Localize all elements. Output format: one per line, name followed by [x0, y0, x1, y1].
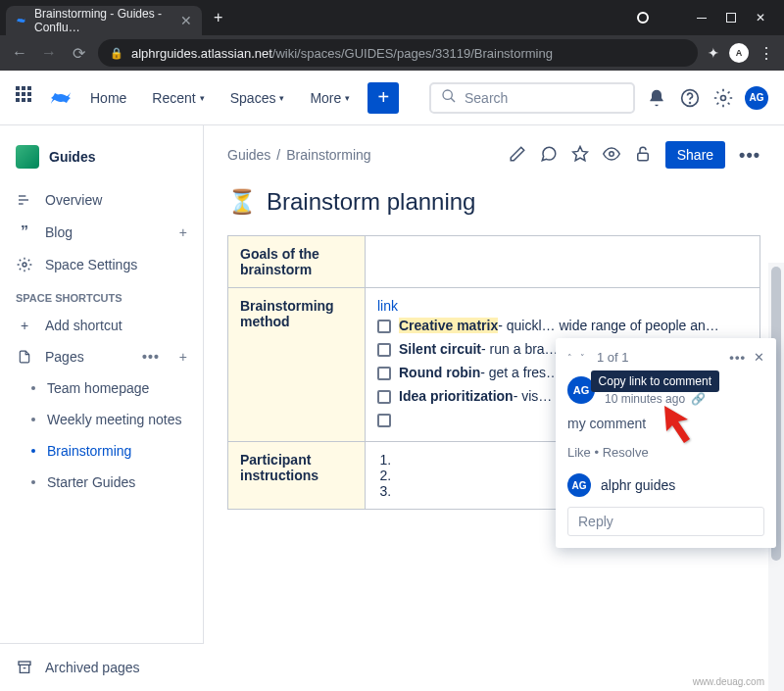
checkbox-icon[interactable] — [377, 343, 391, 357]
confluence-favicon-icon — [16, 14, 26, 27]
tab-close-icon[interactable]: ✕ — [180, 13, 192, 28]
plus-icon: + — [16, 318, 33, 333]
breadcrumb-space[interactable]: Guides — [227, 147, 270, 163]
lock-icon: 🔒 — [110, 47, 123, 60]
recording-icon — [637, 12, 649, 24]
notifications-icon[interactable] — [645, 88, 668, 108]
sidebar-space-settings[interactable]: Space Settings — [8, 249, 195, 280]
user-avatar[interactable]: AG — [745, 86, 768, 110]
add-blog-icon[interactable]: + — [179, 224, 187, 240]
chevron-down-icon: ▾ — [279, 93, 284, 103]
browser-tab[interactable]: Brainstorming - Guides - Conflu… ✕ — [6, 6, 202, 35]
share-button[interactable]: Share — [665, 141, 725, 169]
confluence-logo-icon[interactable] — [49, 86, 73, 110]
svg-line-1 — [451, 98, 455, 102]
url-text: alphrguides.atlassian.net/wiki/spaces/GU… — [131, 46, 553, 61]
window-maximize-button[interactable] — [725, 12, 737, 24]
space-name: Guides — [49, 149, 95, 165]
bullet-icon — [31, 480, 35, 484]
space-icon — [16, 145, 39, 169]
reply-user: alphr guides — [601, 477, 675, 493]
search-icon — [441, 88, 457, 107]
comment-more-icon[interactable]: ••• — [729, 350, 746, 365]
page-icon — [16, 349, 33, 365]
sidebar-add-shortcut[interactable]: +Add shortcut — [8, 310, 195, 341]
page-more-icon[interactable]: ••• — [739, 145, 760, 166]
svg-rect-12 — [637, 153, 648, 161]
checkbox-icon[interactable] — [377, 390, 391, 404]
sidebar: Guides Overview ”Blog+ Space Settings SP… — [0, 125, 204, 691]
window-close-button[interactable] — [755, 12, 766, 24]
comment-count: 1 of 1 — [597, 350, 629, 365]
tree-team-homepage[interactable]: Team homepage — [8, 372, 195, 404]
browser-menu-icon[interactable]: ⋮ — [759, 44, 774, 63]
bullet-icon — [31, 386, 35, 390]
resolve-button[interactable]: Resolve — [603, 445, 649, 460]
search-input[interactable]: Search — [429, 82, 635, 114]
back-button[interactable]: ← — [10, 44, 29, 62]
forward-button[interactable]: → — [39, 44, 59, 62]
reply-input[interactable]: Reply — [567, 507, 764, 536]
pages-more-icon[interactable]: ••• — [142, 349, 160, 365]
sidebar-blog[interactable]: ”Blog+ — [8, 216, 195, 249]
method-header: Brainstorming method — [228, 288, 366, 442]
annotation-arrow-icon — [659, 400, 706, 450]
space-header[interactable]: Guides — [8, 141, 195, 184]
sidebar-archived[interactable]: Archived pages — [8, 652, 196, 683]
reply-avatar: AG — [567, 473, 591, 497]
edit-icon[interactable] — [509, 145, 526, 166]
nav-spaces[interactable]: Spaces ▾ — [222, 84, 293, 112]
svg-point-4 — [721, 95, 726, 100]
breadcrumb: Guides / Brainstorming — [227, 147, 371, 163]
new-tab-button[interactable]: + — [214, 9, 222, 26]
settings-icon[interactable] — [711, 88, 735, 108]
tree-brainstorming[interactable]: Brainstorming — [8, 435, 195, 467]
close-icon[interactable]: ✕ — [754, 350, 764, 365]
sidebar-overview[interactable]: Overview — [8, 184, 195, 216]
nav-recent[interactable]: Recent ▾ — [144, 84, 212, 112]
checkbox-icon[interactable] — [377, 414, 391, 427]
svg-point-8 — [23, 263, 26, 267]
extensions-icon[interactable]: ✦ — [708, 45, 719, 61]
prev-comment-icon[interactable]: ˄ — [567, 353, 572, 363]
address-bar[interactable]: 🔒 alphrguides.atlassian.net/wiki/spaces/… — [98, 39, 698, 67]
reload-button[interactable]: ⟳ — [69, 44, 88, 63]
chevron-down-icon: ▾ — [200, 93, 205, 103]
comment-icon[interactable] — [540, 145, 558, 166]
archive-icon — [16, 660, 33, 675]
sidebar-pages[interactable]: Pages•••+ — [8, 341, 195, 372]
gear-icon — [16, 257, 33, 272]
watch-icon[interactable] — [603, 145, 620, 166]
goals-cell[interactable] — [366, 236, 760, 288]
app-switcher-icon[interactable] — [16, 86, 39, 110]
window-minimize-button[interactable] — [696, 12, 708, 24]
next-comment-icon[interactable]: ˅ — [580, 353, 585, 363]
restrictions-icon[interactable] — [634, 145, 652, 166]
browser-toolbar: ← → ⟳ 🔒 alphrguides.atlassian.net/wiki/s… — [0, 35, 784, 71]
star-icon[interactable] — [571, 145, 589, 166]
tree-weekly[interactable]: Weekly meeting notes — [8, 404, 195, 435]
breadcrumb-page[interactable]: Brainstorming — [286, 147, 370, 163]
nav-home[interactable]: Home — [82, 84, 134, 112]
like-button[interactable]: Like — [567, 445, 591, 460]
add-page-icon[interactable]: + — [179, 349, 187, 365]
checkbox-icon[interactable] — [377, 320, 391, 333]
svg-rect-9 — [19, 662, 30, 665]
app-topnav: Home Recent ▾ Spaces ▾ More ▾ + Search A… — [0, 71, 784, 125]
profile-avatar[interactable]: A — [729, 43, 749, 63]
participant-header: Participant instructions — [228, 442, 366, 510]
copy-link-tooltip: Copy link to comment — [591, 370, 719, 392]
goals-header: Goals of the brainstorm — [228, 236, 366, 288]
sidebar-shortcuts-heading: SPACE SHORTCUTS — [8, 280, 195, 310]
checklist-item[interactable]: Creative matrix- quickl… wide range of p… — [377, 314, 748, 337]
page-actions: Share ••• — [509, 141, 760, 169]
nav-more[interactable]: More ▾ — [302, 84, 358, 112]
help-icon[interactable] — [678, 88, 702, 108]
tree-starter[interactable]: Starter Guides — [8, 467, 195, 498]
checkbox-icon[interactable] — [377, 367, 391, 380]
method-link[interactable]: link — [377, 298, 398, 314]
page-title: ⏳ Brainstorm planning — [227, 188, 760, 216]
svg-marker-10 — [572, 146, 587, 160]
blog-icon: ” — [16, 223, 33, 241]
create-button[interactable]: + — [368, 82, 399, 114]
